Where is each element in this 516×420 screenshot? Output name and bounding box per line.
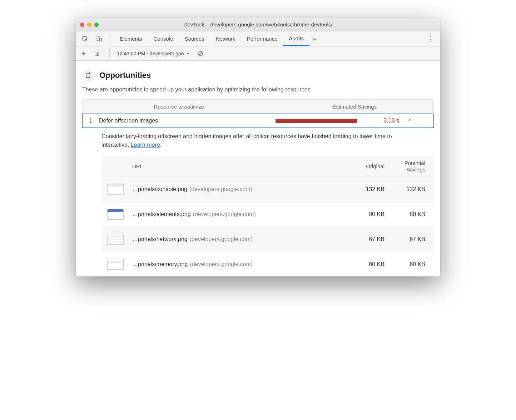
dropdown-caret-icon: ▼ (186, 51, 190, 56)
resource-original: 132 KB (341, 186, 387, 192)
thumbnail-icon (107, 184, 124, 195)
resource-host: (developers.google.com) (190, 236, 253, 242)
svg-rect-9 (86, 73, 90, 78)
col-original: Original (341, 163, 387, 169)
opportunities-icon (82, 69, 94, 81)
audit-session-select[interactable]: 12:43:00 PM - developers.goo ▼ (117, 51, 190, 56)
audit-session-label: 12:43:00 PM - developers.goo (117, 51, 184, 56)
download-report-icon[interactable] (92, 49, 102, 59)
devtools-menu-icon[interactable]: ⋮ (422, 35, 438, 43)
resource-savings: 80 KB (387, 211, 434, 218)
opportunity-label: Defer offscreen images (99, 118, 276, 124)
audits-content: Opportunities These are opportunities to… (76, 61, 440, 276)
opportunity-value: 3.16 s (363, 118, 402, 124)
resource-row[interactable]: …panels/memory.png(developers.google.com… (101, 251, 434, 276)
inspect-element-icon[interactable] (80, 34, 90, 44)
resource-savings: 132 KB (387, 186, 434, 192)
resource-host: (developers.google.com) (190, 261, 253, 267)
window-title: DevTools - developers.google.com/web/too… (76, 21, 440, 28)
thumbnail-icon (107, 259, 124, 270)
devtools-window: DevTools - developers.google.com/web/too… (76, 18, 440, 276)
tab-elements[interactable]: Elements (114, 31, 148, 46)
tab-network[interactable]: Network (210, 31, 241, 46)
resource-savings: 67 KB (387, 236, 434, 242)
resource-original: 60 KB (341, 261, 387, 268)
resource-savings: 60 KB (387, 261, 434, 268)
separator (109, 49, 110, 58)
resource-path: …panels/network.png (132, 236, 188, 242)
opportunity-row[interactable]: 1 Defer offscreen images 3.16 s (82, 114, 434, 128)
close-window-button[interactable] (80, 22, 84, 27)
thumbnail-icon (107, 234, 124, 245)
zoom-window-button[interactable] (94, 22, 99, 27)
new-audit-icon[interactable] (79, 49, 89, 59)
savings-bar (276, 119, 363, 123)
resource-original: 67 KB (341, 236, 387, 242)
titlebar: DevTools - developers.google.com/web/too… (76, 18, 440, 31)
opportunity-index: 1 (83, 118, 99, 124)
resource-host: (developers.google.com) (189, 186, 252, 192)
tab-performance[interactable]: Performance (241, 31, 283, 46)
tab-audits[interactable]: Audits (283, 31, 310, 46)
tab-console[interactable]: Console (148, 31, 179, 46)
resources-body: …panels/console.png(developers.google.co… (101, 176, 434, 276)
minimize-window-button[interactable] (87, 22, 91, 27)
section-title: Opportunities (99, 71, 151, 80)
resource-row[interactable]: …panels/network.png(developers.google.co… (101, 226, 434, 251)
window-controls (80, 22, 99, 27)
resource-host: (developers.google.com) (193, 211, 256, 217)
tab-sources[interactable]: Sources (179, 31, 210, 46)
col-savings: Estimated Savings (276, 104, 433, 110)
resource-path: …panels/elements.png (132, 211, 191, 217)
opportunity-description: Consider lazy-loading offscreen and hidd… (82, 128, 411, 156)
devtools-tabbar: Elements Console Sources Network Perform… (76, 31, 440, 46)
device-toolbar-icon[interactable] (94, 34, 104, 44)
separator (110, 35, 110, 43)
clear-icon[interactable] (195, 49, 205, 59)
svg-line-8 (199, 52, 202, 55)
resource-row[interactable]: …panels/console.png(developers.google.co… (101, 176, 434, 201)
resource-path: …panels/memory.png (132, 261, 188, 267)
more-tabs-button[interactable]: » (309, 31, 319, 46)
section-description: These are opportunities to speed up your… (82, 86, 434, 93)
resource-path: …panels/console.png (132, 186, 187, 192)
resources-table: URL Original Potential Savings …panels/c… (101, 156, 434, 276)
col-url: URL (132, 163, 341, 169)
learn-more-link[interactable]: Learn more (131, 142, 160, 148)
resource-original: 80 KB (341, 211, 387, 218)
panel-tabs: Elements Console Sources Network Perform… (114, 31, 320, 46)
collapse-chevron-icon[interactable] (402, 117, 418, 124)
col-potential-savings: Potential Savings (387, 160, 434, 173)
resources-header: URL Original Potential Savings (101, 156, 434, 176)
audits-toolbar: 12:43:00 PM - developers.goo ▼ (76, 46, 440, 61)
col-resource: Resource to optimize (83, 104, 276, 110)
opportunity-header-row: Resource to optimize Estimated Savings (82, 99, 434, 114)
resource-row[interactable]: …panels/elements.png(developers.google.c… (101, 201, 434, 226)
thumbnail-icon (107, 209, 124, 220)
